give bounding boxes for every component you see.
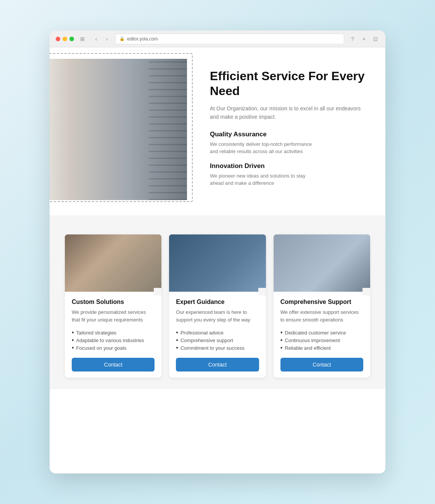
hero-image	[50, 59, 187, 200]
feature-quality-desc: We consistently deliver top-notch perfor…	[210, 141, 317, 155]
hero-title: Efficient Service For Every Need	[210, 69, 370, 98]
card-body-3: Comprehensive Support We offer extensive…	[274, 292, 370, 378]
browser-window: ⊞ ‹ › 🔒 editor.yola.com ? + ⊡ Efficient …	[50, 31, 385, 473]
list-item: Tailored strategies	[72, 329, 155, 336]
feature-quality: Quality Assurance We consistently delive…	[210, 131, 370, 155]
card-list-1: Tailored strategies Adaptable to various…	[72, 329, 155, 352]
maximize-button[interactable]	[69, 37, 74, 41]
url-text: editor.yola.com	[127, 36, 158, 42]
card-comprehensive-support: Comprehensive Support We offer extensive…	[274, 234, 370, 378]
hero-content: Efficient Service For Every Need At Our …	[187, 69, 370, 194]
card-body-2: Expert Guidance Our experienced team is …	[169, 292, 266, 378]
hero-subtitle: At Our Organization, our mission is to e…	[210, 104, 370, 121]
card-desc-2: Our experienced team is here to support …	[176, 309, 259, 323]
browser-toolbar: ⊞ ‹ › 🔒 editor.yola.com ? + ⊡	[50, 31, 385, 47]
card-desc-1: We provide personalized services that fi…	[72, 309, 155, 323]
list-item: Professional advice	[176, 329, 259, 336]
close-button[interactable]	[56, 37, 60, 41]
traffic-lights	[56, 37, 74, 41]
card-corner-deco-2	[258, 288, 266, 296]
browser-nav: ‹ ›	[92, 35, 111, 43]
minimize-button[interactable]	[63, 37, 67, 41]
contact-button-3[interactable]: Contact	[280, 358, 363, 372]
card-image-1	[65, 234, 161, 292]
contact-button-1[interactable]: Contact	[72, 358, 155, 372]
list-item: Reliable and efficient	[280, 344, 363, 352]
card-custom-solutions: Custom Solutions We provide personalized…	[65, 234, 161, 378]
card-expert-guidance: Expert Guidance Our experienced team is …	[169, 234, 266, 378]
card-desc-3: We offer extensive support services to e…	[280, 309, 363, 323]
card-body-1: Custom Solutions We provide personalized…	[65, 292, 161, 378]
card-list-2: Professional advice Comprehensive suppor…	[176, 329, 259, 352]
card-title-2: Expert Guidance	[176, 299, 259, 305]
add-tab-button[interactable]: +	[360, 35, 368, 43]
lock-icon: 🔒	[119, 36, 125, 41]
question-button[interactable]: ?	[349, 35, 356, 43]
cards-section: Custom Solutions We provide personalized…	[50, 223, 385, 389]
cards-grid: Custom Solutions We provide personalized…	[65, 234, 370, 378]
list-item: Comprehensive support	[176, 336, 259, 344]
contact-button-2[interactable]: Contact	[176, 358, 259, 372]
feature-quality-title: Quality Assurance	[210, 131, 370, 138]
address-bar[interactable]: 🔒 editor.yola.com	[115, 34, 344, 44]
feature-innovation-desc: We pioneer new ideas and solutions to st…	[210, 172, 317, 187]
card-image-2	[169, 234, 266, 292]
forward-button[interactable]: ›	[103, 35, 111, 43]
share-button[interactable]: ⊡	[372, 35, 379, 43]
browser-content: Efficient Service For Every Need At Our …	[50, 47, 385, 473]
card-title-3: Comprehensive Support	[280, 299, 363, 305]
card-corner-deco-3	[362, 288, 370, 296]
card-image-3	[274, 234, 370, 292]
list-item: Focused on your goals	[72, 344, 155, 352]
hero-image-container	[50, 59, 187, 200]
list-item: Commitment to your success	[176, 344, 259, 352]
section-separator	[50, 215, 385, 223]
sidebar-icon[interactable]: ⊞	[79, 35, 86, 43]
list-item: Continuous improvement	[280, 336, 363, 344]
back-button[interactable]: ‹	[92, 35, 100, 43]
card-title-1: Custom Solutions	[72, 299, 155, 305]
card-list-3: Dedicated customer service Continuous im…	[280, 329, 363, 352]
feature-innovation-title: Innovation Driven	[210, 162, 370, 170]
browser-actions: ? + ⊡	[349, 35, 379, 43]
card-corner-deco-1	[154, 288, 161, 296]
hero-section: Efficient Service For Every Need At Our …	[50, 47, 385, 215]
feature-innovation: Innovation Driven We pioneer new ideas a…	[210, 162, 370, 187]
list-item: Dedicated customer service	[280, 329, 363, 336]
list-item: Adaptable to various industries	[72, 336, 155, 344]
